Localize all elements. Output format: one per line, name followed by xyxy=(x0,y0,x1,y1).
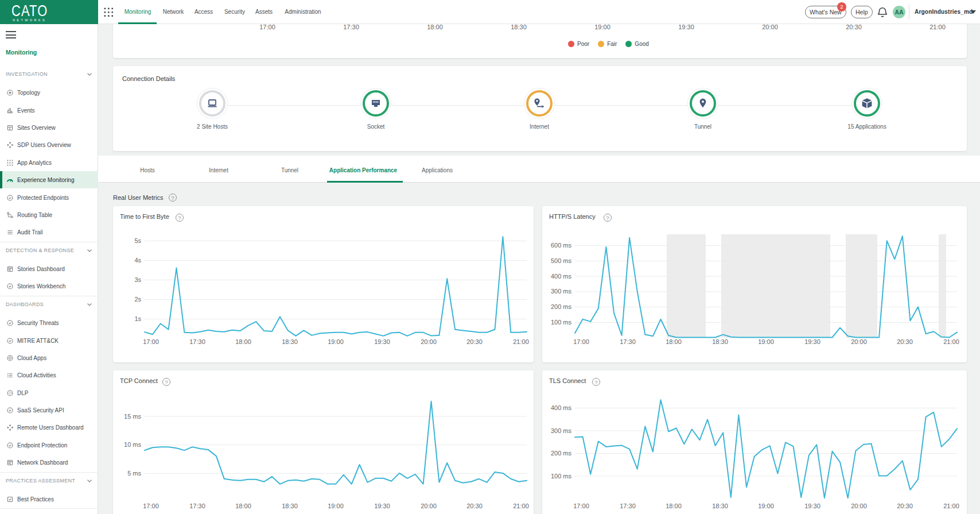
svg-text:400 ms: 400 ms xyxy=(551,273,572,280)
svg-text:17:00: 17:00 xyxy=(573,503,589,509)
svg-text:2s: 2s xyxy=(134,296,141,303)
svg-text:1s: 1s xyxy=(134,315,141,322)
svg-text:100 ms: 100 ms xyxy=(551,473,572,480)
svg-text:20:30: 20:30 xyxy=(897,503,913,509)
svg-text:21:00: 21:00 xyxy=(943,338,959,345)
svg-text:20:00: 20:00 xyxy=(851,338,867,345)
svg-text:15 ms: 15 ms xyxy=(124,413,141,420)
svg-text:19:00: 19:00 xyxy=(758,338,774,345)
svg-text:600 ms: 600 ms xyxy=(551,242,572,249)
svg-text:5 ms: 5 ms xyxy=(127,470,141,477)
svg-text:4s: 4s xyxy=(134,257,141,264)
svg-text:20:30: 20:30 xyxy=(466,503,483,509)
svg-text:18:00: 18:00 xyxy=(666,338,682,345)
svg-text:18:30: 18:30 xyxy=(712,503,728,509)
svg-text:19:00: 19:00 xyxy=(758,503,774,509)
svg-text:18:00: 18:00 xyxy=(666,503,682,509)
svg-text:17:00: 17:00 xyxy=(573,338,589,345)
svg-text:300 ms: 300 ms xyxy=(551,288,572,295)
svg-text:10 ms: 10 ms xyxy=(124,441,141,448)
svg-text:200 ms: 200 ms xyxy=(551,303,572,310)
svg-text:400 ms: 400 ms xyxy=(551,404,572,411)
svg-text:17:00: 17:00 xyxy=(143,503,159,509)
svg-text:17:00: 17:00 xyxy=(143,338,159,345)
svg-text:300 ms: 300 ms xyxy=(551,427,572,434)
svg-text:20:30: 20:30 xyxy=(466,338,483,345)
svg-text:20:30: 20:30 xyxy=(897,338,913,345)
svg-text:17:30: 17:30 xyxy=(189,338,205,345)
svg-text:20:00: 20:00 xyxy=(421,503,437,509)
svg-text:21:00: 21:00 xyxy=(513,503,529,509)
svg-text:21:00: 21:00 xyxy=(513,338,529,345)
svg-text:500 ms: 500 ms xyxy=(551,257,572,264)
svg-text:19:30: 19:30 xyxy=(374,338,390,345)
svg-text:19:30: 19:30 xyxy=(804,503,820,509)
svg-text:18:00: 18:00 xyxy=(235,338,251,345)
svg-text:19:30: 19:30 xyxy=(374,503,390,509)
svg-text:18:30: 18:30 xyxy=(712,338,728,345)
svg-text:5s: 5s xyxy=(134,237,141,244)
svg-text:3s: 3s xyxy=(134,276,141,283)
svg-text:21:00: 21:00 xyxy=(943,503,959,509)
svg-text:200 ms: 200 ms xyxy=(551,450,572,457)
svg-text:18:00: 18:00 xyxy=(235,503,251,509)
svg-text:18:30: 18:30 xyxy=(282,338,298,345)
svg-text:17:30: 17:30 xyxy=(189,503,205,509)
svg-text:18:30: 18:30 xyxy=(282,503,298,509)
svg-text:19:30: 19:30 xyxy=(804,338,820,345)
svg-text:17:30: 17:30 xyxy=(620,503,636,509)
svg-text:19:00: 19:00 xyxy=(328,338,344,345)
svg-text:19:00: 19:00 xyxy=(328,503,344,509)
svg-text:20:00: 20:00 xyxy=(421,338,437,345)
svg-text:100 ms: 100 ms xyxy=(551,319,572,326)
svg-text:17:30: 17:30 xyxy=(620,338,636,345)
svg-text:20:00: 20:00 xyxy=(851,503,867,509)
